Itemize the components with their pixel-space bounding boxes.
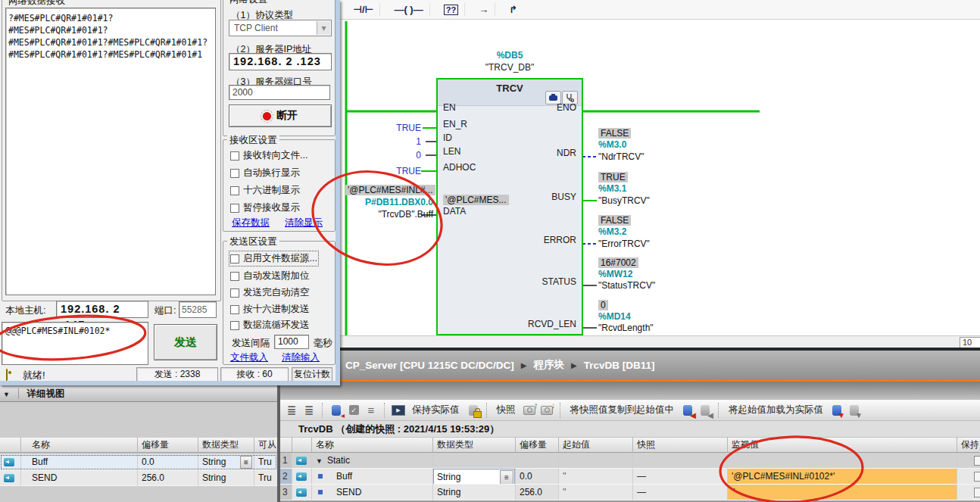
adhoc-value[interactable]: TRUE <box>350 166 421 176</box>
pin-data[interactable]: DATA <box>443 206 466 217</box>
error-operand[interactable]: "ErrorTRCV" <box>598 239 650 249</box>
disconnect-button[interactable]: 断开 <box>229 104 332 127</box>
add-row-icon[interactable]: ≣ <box>302 404 316 417</box>
trcv-function-block[interactable]: TRCV EN EN_R ID LEN ADHOC '@PLC#MES... D… <box>436 78 583 335</box>
pin-busy[interactable]: BUSY <box>551 192 576 202</box>
send-textarea[interactable]: @@@PLC#MES#INL#0102* <box>2 322 148 365</box>
datatype-list-icon[interactable]: ≡ <box>500 470 513 485</box>
db-copy-left-icon[interactable]: ◀ <box>681 404 694 417</box>
col-name[interactable]: 名称 <box>312 438 433 453</box>
recv-option-2[interactable]: 十六进制显示 <box>230 184 300 197</box>
pin-error[interactable]: ERROR <box>544 235 576 245</box>
protocol-select[interactable]: TCP Client ▾ <box>229 20 332 36</box>
dcol-name[interactable]: 名称 <box>21 438 138 453</box>
pin-eno[interactable]: ENO <box>557 102 576 113</box>
copy-snapshot-to-start-button[interactable]: 将快照值复制到起始值中 <box>567 403 678 417</box>
empty-box-icon[interactable]: ?? <box>438 3 465 16</box>
detail-row-send[interactable]: SEND 256.0 String Tru <box>0 470 277 486</box>
send-option-0[interactable]: 启用文件数据源... <box>230 252 317 265</box>
load-start-as-actual-button[interactable]: 将起始值加载为实际值 <box>726 403 826 417</box>
db-load-down-icon[interactable]: ▼ <box>830 404 844 417</box>
dcol-type[interactable]: 数据类型 <box>198 438 254 453</box>
dcol-offset[interactable]: 偏移量 <box>138 438 198 453</box>
send-option-3[interactable]: 按十六进制发送 <box>230 303 310 316</box>
edit-check-icon[interactable]: ✓ <box>347 404 360 417</box>
col-type[interactable]: 数据类型 <box>433 438 516 453</box>
recv-option-1[interactable]: 自动换行显示 <box>230 167 300 179</box>
clear-input-link[interactable]: 清除输入 <box>282 351 320 364</box>
db-lock-icon[interactable] <box>467 404 480 417</box>
data-operand[interactable]: "TrcvDB".Buff <box>327 209 433 220</box>
reset-counter-button[interactable]: 复位计数 <box>292 367 332 382</box>
col-monitor[interactable]: 监视值 <box>728 438 957 453</box>
insert-row-icon[interactable]: ≣ <box>285 404 298 417</box>
retain-checkbox[interactable] <box>974 472 980 482</box>
id-value[interactable]: 1 <box>350 136 421 147</box>
local-host-input[interactable]: 192.168. 2 .147 <box>56 301 148 318</box>
col-offset[interactable]: 偏移量 <box>516 438 559 453</box>
server-port-input[interactable]: 2000 <box>229 85 330 100</box>
db-copy-left-gray-icon[interactable]: ◀ <box>698 404 712 417</box>
checkbox[interactable] <box>230 305 239 314</box>
len-value[interactable]: 0 <box>350 150 421 161</box>
retain-checkbox[interactable] <box>974 456 980 466</box>
keep-actual-values-button[interactable]: 保持实际值 <box>409 403 463 417</box>
table-row-buff[interactable]: 2 Buff String ≡ 0.0 '' — '@PLC#MES#INL#0… <box>280 469 980 485</box>
en-r-value[interactable]: TRUE <box>350 123 421 133</box>
table-row-static[interactable]: 1 ▼Static <box>280 453 980 469</box>
checkbox[interactable] <box>230 169 239 178</box>
pin-en[interactable]: EN <box>443 102 456 113</box>
server-ip-input[interactable]: 192.168. 2 .123 <box>229 53 332 70</box>
expand-arrow-icon[interactable]: ▼ <box>316 457 323 465</box>
dropdown-icon[interactable]: ▾ <box>317 21 330 35</box>
table-row-send[interactable]: 3 SEND String 256.0 '' — '' <box>280 485 980 500</box>
rcvdlen-operand[interactable]: "RcvdLength" <box>598 323 654 333</box>
breadcrumb-device[interactable]: CP_Server [CPU 1215C DC/DC/DC] <box>345 360 514 371</box>
pin-en-r[interactable]: EN_R <box>443 119 467 129</box>
snapshot-button[interactable]: 快照 <box>494 403 519 417</box>
receive-textarea[interactable]: ?#MES#PLC#QR#1#01#1?#MES#PLC#QR#1#01#1? … <box>5 8 216 295</box>
checkbox[interactable] <box>230 288 239 298</box>
breadcrumb-folder[interactable]: 程序块 <box>534 358 565 372</box>
collapse-icon[interactable]: ▼ <box>3 391 10 398</box>
nc-contact-icon[interactable]: ⊣/⊢ <box>347 3 380 16</box>
pin-adhoc[interactable]: ADHOC <box>443 162 476 173</box>
pin-status[interactable]: STATUS <box>541 276 576 287</box>
list-icon[interactable]: ≡ <box>364 404 378 417</box>
dcol-access[interactable]: 可从 <box>254 438 277 453</box>
status-operand[interactable]: "StatusTRCV" <box>598 280 655 291</box>
detail-row-buff[interactable]: Buff 0.0 String ≡ Tru <box>0 454 277 470</box>
busy-operand[interactable]: "BusyTRCV" <box>598 195 650 206</box>
send-button[interactable]: 发送 <box>154 324 217 360</box>
file-load-link[interactable]: 文件载入 <box>230 351 268 364</box>
checkbox[interactable] <box>230 254 239 263</box>
checkbox[interactable] <box>230 272 239 281</box>
checkbox[interactable] <box>230 321 239 330</box>
db-load-down-gray-icon[interactable]: ▼ <box>847 404 861 417</box>
clear-display-link[interactable]: 清除显示 <box>285 217 323 229</box>
breadcrumb-block[interactable]: TrcvDB [DB11] <box>584 360 655 371</box>
monitor-all-icon[interactable]: ▶ <box>392 404 405 417</box>
local-port-input[interactable]: 55285 <box>179 301 217 318</box>
ndr-operand[interactable]: "NdrTRCV" <box>598 151 644 162</box>
network-debug-tool-window[interactable]: 网络数据接收 ?#MES#PLC#QR#1#01#1?#MES#PLC#QR#1… <box>0 0 340 385</box>
pin-id[interactable]: ID <box>443 133 452 143</box>
send-interval-input[interactable]: 1000 <box>274 335 309 349</box>
panel-splitter[interactable] <box>277 382 280 502</box>
save-data-link[interactable]: 保存数据 <box>232 217 270 229</box>
checkbox[interactable] <box>230 204 239 213</box>
open-branch-icon[interactable]: → <box>473 3 495 16</box>
datatype-list-icon[interactable]: ≡ <box>240 456 252 469</box>
col-retain[interactable]: 保持 <box>957 438 980 453</box>
pin-rcvd-len[interactable]: RCVD_LEN <box>528 319 576 329</box>
load-db-icon[interactable]: ◂ <box>329 404 343 417</box>
recv-option-0[interactable]: 接收转向文件... <box>230 149 307 162</box>
pin-ndr[interactable]: NDR <box>557 148 576 158</box>
retain-checkbox[interactable] <box>974 488 980 497</box>
col-start[interactable]: 起始值 <box>559 438 633 453</box>
send-option-1[interactable]: 自动发送附加位 <box>230 270 310 282</box>
snapshot-upload-icon[interactable]: ↑ <box>523 404 536 417</box>
send-option-2[interactable]: 发送完自动清空 <box>230 286 310 299</box>
snapshot-download-icon[interactable]: ↓ <box>540 404 554 417</box>
send-option-4[interactable]: 数据流循环发送 <box>230 319 310 332</box>
